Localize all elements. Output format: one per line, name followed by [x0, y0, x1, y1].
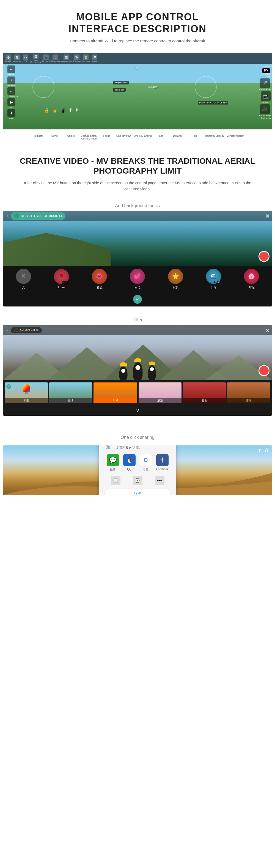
sharing-app-qq[interactable]: 🐧 QQ	[123, 454, 135, 472]
toolbar-vr[interactable]: VR VR	[22, 55, 29, 62]
label-distance: Distance	[170, 134, 186, 140]
label-high: High	[186, 134, 203, 140]
creative-title: CREATIVE VIDEO - MV BREAKS THE TRADITION…	[17, 156, 258, 176]
label-down: Down	[46, 134, 63, 140]
filter-label: Filter	[0, 312, 275, 325]
left-gpsfollow[interactable]: 🚶 GPS follow	[4, 76, 18, 87]
creative-description: After clicking the MV button on the righ…	[17, 180, 258, 192]
app-center: Up Turn right Amplification Zoom out D:N…	[21, 67, 251, 114]
toolbar-battery[interactable]: 🔋 Drone battery	[82, 55, 90, 62]
toolbar-flyrecord[interactable]: 🎬 Fly record	[42, 55, 50, 62]
music-riluo-icon: 🌊 00:32	[206, 269, 221, 284]
toolbar-lens[interactable]: 🔄 lens revers	[13, 55, 21, 62]
music-huiyi-icon: 💕	[130, 269, 145, 284]
right-mv[interactable]: MV MV effects	[262, 68, 271, 75]
qq-icon: 🐧	[123, 454, 135, 467]
filter-chevron-down[interactable]: ∨	[3, 405, 272, 416]
sharing-modal: 📡 隔空投送。轻点以打开 Wi-Fi 和蓝牙来通过"隔空投送"共享。 💬 微信 …	[99, 445, 176, 495]
extra-icon-2[interactable]: ⌚	[133, 476, 143, 486]
app-labels: Turn left Down Unlock Gesture photo/Gest…	[0, 132, 275, 142]
music-option-jiji[interactable]: ⭐ 积极	[158, 269, 193, 289]
label-hvelocity: Horizontal velocity	[203, 134, 225, 140]
music-option-love[interactable]: 🌹 00:31 Love	[43, 269, 79, 289]
cancel-button[interactable]: 取消	[104, 489, 171, 495]
mv-record-button[interactable]	[258, 251, 270, 262]
left-course[interactable]: ↩ Course reversal	[4, 87, 18, 97]
mv-close-button[interactable]: ✕	[265, 213, 270, 219]
sharing-label: One click sharing	[0, 430, 275, 443]
filter-huaijiu[interactable]: 怀旧	[227, 382, 270, 403]
mv-top-bar: ✦ 🎵 CLICK TO SELECT MUSIC >> ✕	[3, 211, 272, 221]
filter-original[interactable]: ✓ 原图	[5, 382, 48, 403]
music-love-icon: 🌹 00:31	[54, 269, 69, 284]
add-music-label: Add background music	[0, 198, 275, 211]
label-vvelocity: Vertical velocity	[225, 134, 245, 140]
label-gesture: Gesture photo/Gesture video	[79, 134, 98, 140]
sharing-modal-header: 📡 隔空投送。轻点以打开 Wi-Fi 和蓝牙来通过"隔空投送"共享。	[104, 445, 171, 450]
filter-fugu[interactable]: 复古	[183, 382, 226, 403]
sharing-modal-text: 隔空投送。轻点以打开 Wi-Fi 和蓝牙来通过"隔空投送"共享。	[116, 445, 171, 450]
filter-riluo[interactable]: 日落	[93, 382, 138, 403]
left-land[interactable]: ⬇ Land	[4, 109, 18, 119]
page-title: MOBILE APP CONTROL INTERFACE DESCRIPTION	[17, 11, 258, 35]
music-option-none[interactable]: ✕ 无	[5, 269, 41, 289]
sharing-app-google[interactable]: G 谷歌	[140, 454, 152, 472]
filter-top-area: ✦ 🎵 点击选择音乐>> ✕	[3, 325, 272, 380]
extra-more[interactable]: •••	[155, 476, 164, 486]
filter-close-button[interactable]: ✕	[265, 328, 270, 334]
music-option-shiguang[interactable]: 🌸 时光	[234, 269, 270, 289]
left-return[interactable]: ← Return	[4, 65, 18, 76]
mv-screenshot: ✦ 🎵 CLICK TO SELECT MUSIC >> ✕ ✕ 无 🌹 00:…	[3, 211, 272, 307]
toolbar-aroundpoint[interactable]: 🔃 Around point flight	[61, 55, 71, 62]
app-right-sidebar: Forwards MV MV effects Right 🎤 Record au…	[253, 64, 272, 121]
music-none-icon: ✕	[16, 269, 31, 284]
facebook-icon: f	[156, 454, 169, 467]
toolbar-config[interactable]: ☰ Config	[91, 55, 98, 62]
toolbar-album[interactable]: 🖼 Album(One key sharing)	[30, 54, 41, 63]
music-ailian-icon: 🌺	[92, 269, 107, 284]
right-photo[interactable]: 📷 Photo	[261, 91, 271, 103]
left-start[interactable]: ▶ Start	[4, 98, 18, 108]
wechat-icon: 💬	[107, 454, 119, 467]
sharing-app-wechat[interactable]: 💬 微信	[107, 454, 119, 472]
creative-section: CREATIVE VIDEO - MV BREAKS THE TRADITION…	[0, 142, 275, 198]
music-shiguang-icon: 🌸	[244, 269, 259, 284]
app-screenshot: ⏻ ON/OFF 🔄 lens revers VR VR 🖼 Album(One…	[3, 53, 272, 130]
label-focus: Focus	[98, 134, 115, 140]
toolbar-multipoint[interactable]: 📍 Multipoint flight	[51, 55, 60, 62]
header-section: MOBILE APP CONTROL INTERFACE DESCRIPTION…	[0, 0, 275, 53]
sharing-app-facebook[interactable]: f Facebook	[156, 454, 169, 472]
delete-icon[interactable]: 🗑	[265, 447, 270, 454]
right-forwards[interactable]: Forwards	[263, 65, 271, 67]
right-backwards[interactable]: Backwards	[261, 117, 271, 119]
check-circle[interactable]: ✓	[133, 295, 142, 304]
app-toolbar: ⏻ ON/OFF 🔄 lens revers VR VR 🖼 Album(One…	[3, 53, 272, 64]
sharing-icons-row: 💬 微信 🐧 QQ G 谷歌 f Facebook	[104, 454, 171, 472]
toolbar-gps[interactable]: 📡 GPS signal	[72, 55, 81, 62]
filter-screenshot: ✦ 🎵 点击选择音乐>> ✕ ✓ 原图 童话 日落	[3, 325, 272, 416]
filter-music-button[interactable]: 🎵 点击选择音乐>>	[11, 327, 42, 333]
share-icon[interactable]: ⬆	[258, 447, 262, 454]
music-option-ailian[interactable]: 🌺 爱恋	[82, 269, 117, 289]
right-mic[interactable]: 🎤 Record audio	[259, 79, 271, 91]
music-jiji-icon: ⭐	[168, 269, 183, 284]
filter-record-button[interactable]	[258, 365, 270, 376]
right-video[interactable]: 🎥 Record video	[259, 104, 271, 116]
label-left: Left	[153, 134, 170, 140]
music-option-riluo[interactable]: 🌊 00:32 日落	[195, 269, 231, 289]
sharing-extra-row: 📋 ⌚ •••	[104, 476, 171, 486]
mv-music-button[interactable]: 🎵 CLICK TO SELECT MUSIC >>	[11, 212, 65, 220]
check-indicator: ✓	[3, 292, 272, 307]
toolbar-onoff[interactable]: ⏻ ON/OFF	[4, 55, 12, 62]
label-turnleft: Turn left	[30, 134, 46, 140]
right-direction[interactable]: Right	[266, 76, 271, 78]
filter-tonghua[interactable]: 童话	[49, 382, 92, 403]
extra-icon-1[interactable]: 📋	[111, 476, 120, 486]
filter-langman[interactable]: 浪漫	[139, 382, 182, 403]
header-subtitle: Connect to aircraft WiFi to replace the …	[17, 38, 258, 44]
sharing-screenshot: ⬆ 🗑 📡 隔空投送。轻点以打开 Wi-Fi 和蓝牙来通过"隔空投送"共享。 💬…	[3, 445, 272, 495]
mv-top-area: ✦ 🎵 CLICK TO SELECT MUSIC >> ✕	[3, 211, 272, 266]
sharing-bg: ⬆ 🗑 📡 隔空投送。轻点以打开 Wi-Fi 和蓝牙来通过"隔空投送"共享。 💬…	[3, 445, 272, 495]
music-option-huiyi[interactable]: 💕 回忆	[120, 269, 155, 289]
label-onekeystart: One key start	[115, 134, 132, 140]
